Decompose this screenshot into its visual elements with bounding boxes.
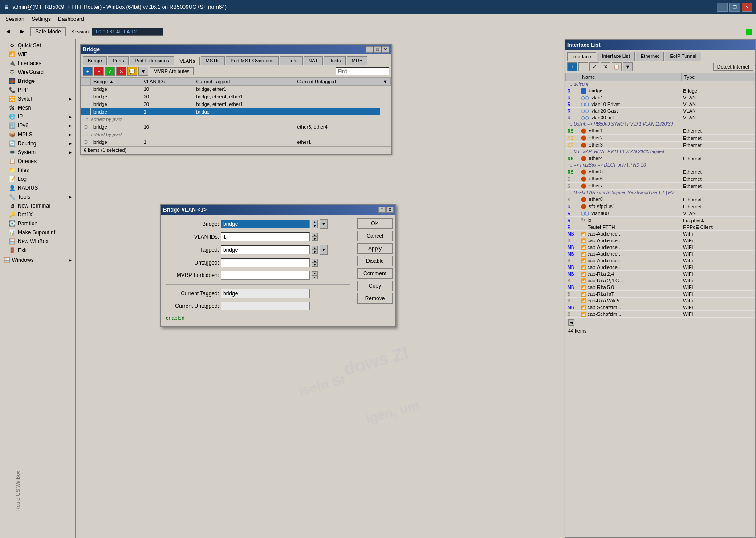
sidebar-item-ip[interactable]: 🌐 IP	[0, 112, 75, 121]
sidebar-item-wireguard[interactable]: 🛡 WireGuard	[0, 68, 75, 77]
tab-vlans[interactable]: VLANs	[175, 57, 200, 65]
sidebar-item-switch[interactable]: 🔀 Switch	[0, 94, 75, 103]
list-item[interactable]: R ⬡⬡ vlan800 VLAN	[566, 210, 755, 217]
list-item[interactable]: RS ⬤ ether4 Ethernet	[566, 155, 755, 162]
sidebar-item-ppp[interactable]: 📞 PPP	[0, 86, 75, 94]
vlan-ids-spin[interactable]: ▲ ▼	[312, 233, 318, 241]
tab-interface-list[interactable]: Interface List	[597, 52, 635, 61]
sidebar-item-partition[interactable]: 💽 Partition	[0, 219, 75, 228]
bridge-window-close[interactable]: ✕	[382, 46, 389, 53]
sidebar-item-mpls[interactable]: 📦 MPLS	[0, 130, 75, 139]
table-row[interactable]: bridge 20 bridge, ether4, ether1	[81, 93, 391, 101]
tab-eoip-tunnel[interactable]: EoIP Tunnel	[665, 52, 701, 61]
list-item[interactable]: R ↻ lo Loopback	[566, 217, 755, 224]
tab-bridge[interactable]: Bridge	[83, 56, 107, 65]
bridge-spin-down[interactable]: ▼	[312, 224, 318, 228]
minimize-button[interactable]: —	[717, 3, 728, 12]
copy-button[interactable]: Copy	[357, 281, 393, 291]
vlan-ids-spin-up[interactable]: ▲	[312, 233, 318, 237]
tab-nat[interactable]: NAT	[304, 56, 323, 65]
list-item[interactable]: MB 📶 cap-Schafzim... WiFi	[566, 304, 755, 311]
list-item[interactable]: MB 📶 cap-Audience ... WiFi	[566, 264, 755, 271]
back-button[interactable]: ◀	[2, 26, 14, 37]
tagged-spin-up[interactable]: ▲	[312, 246, 318, 250]
list-item[interactable]: RS ⬤ ether1 Ethernet	[566, 127, 755, 134]
table-row-selected[interactable]: bridge 1 bridge	[81, 108, 391, 116]
iface-filter-btn[interactable]: ▼	[623, 62, 633, 71]
sidebar-item-interfaces[interactable]: 🔌 Interfaces	[0, 59, 75, 68]
tab-mdb[interactable]: MDB	[347, 56, 367, 65]
sidebar-item-windows[interactable]: 🪟 Windows ▶	[0, 255, 75, 265]
tab-port-extensions[interactable]: Port Extensions	[130, 56, 174, 65]
table-row[interactable]: D bridge 10 ether5, ether4	[81, 123, 391, 131]
add-button[interactable]: +	[83, 67, 93, 76]
remove-button[interactable]: −	[94, 67, 104, 76]
tab-filters[interactable]: Filters	[280, 56, 303, 65]
sidebar-item-ipv6[interactable]: 🔢 IPv6	[0, 121, 75, 130]
list-item[interactable]: R ⬡⬡ vlan30 IoT VLAN	[566, 114, 755, 121]
mvrp-forbidden-input[interactable]	[221, 271, 310, 280]
disable-button[interactable]: ✕	[116, 67, 126, 76]
bridge-window-max[interactable]: □	[374, 46, 381, 53]
list-item[interactable]: S ⬤ ether6 Ethernet	[566, 175, 755, 183]
list-item[interactable]: B 📶 cap-Rita Wifi 5... WiFi	[566, 298, 755, 304]
detect-internet-button[interactable]: Detect Internet	[713, 63, 753, 71]
enable-button[interactable]: ✓	[105, 67, 115, 76]
maximize-button[interactable]: ❐	[729, 3, 740, 12]
list-item[interactable]: R ↔ Teutel-FTTH PPPoE Client	[566, 224, 755, 231]
sidebar-item-exit[interactable]: 🚪 Exit	[0, 246, 75, 255]
sidebar-item-wifi[interactable]: 📶 WiFi	[0, 50, 75, 59]
bridge-combo[interactable]: ▼	[320, 219, 328, 229]
iface-disable-btn[interactable]: ✕	[601, 62, 610, 71]
mvrp-attributes-button[interactable]: MVRP Attributes	[150, 67, 194, 75]
sidebar-item-tools[interactable]: 🔧 Tools	[0, 192, 75, 201]
untagged-spin-up[interactable]: ▲	[312, 259, 318, 263]
sidebar-item-system[interactable]: 💻 System	[0, 148, 75, 157]
scroll-left-button[interactable]: ◀	[568, 319, 574, 326]
list-item[interactable]: MB 📶 cap-Rita 2,4 WiFi	[566, 271, 755, 277]
list-item[interactable]: S ⬤ ether8 Ethernet	[566, 196, 755, 203]
sidebar-item-routing[interactable]: 🔄 Routing	[0, 139, 75, 148]
list-item[interactable]: S ⬤ ether7 Ethernet	[566, 183, 755, 190]
bridge-spin-up[interactable]: ▲	[312, 220, 318, 224]
remove-button[interactable]: Remove	[357, 293, 393, 304]
menu-settings[interactable]: Settings	[28, 15, 54, 23]
sidebar-item-dot1x[interactable]: 🔑 Dot1X	[0, 210, 75, 219]
sidebar-item-new-terminal[interactable]: 🖥 New Terminal	[0, 201, 75, 210]
list-item[interactable]: MB 📶 cap-Rita 5.0 WiFi	[566, 284, 755, 291]
sidebar-item-radius[interactable]: 👤 RADIUS	[0, 183, 75, 192]
iface-add-btn[interactable]: +	[567, 62, 577, 71]
tagged-spin-down[interactable]: ▼	[312, 250, 318, 254]
tab-mstis[interactable]: MSTIs	[201, 56, 225, 65]
table-row[interactable]: D bridge 1 ether1	[81, 139, 391, 146]
list-item[interactable]: MB 📶 cap-Audience ... WiFi	[566, 244, 755, 251]
sidebar-item-new-winbox[interactable]: 🪟 New WinBox	[0, 237, 75, 246]
cancel-button[interactable]: Cancel	[357, 231, 393, 241]
list-item[interactable]: B 📶 cap-Schafzim... WiFi	[566, 311, 755, 318]
untagged-input[interactable]	[221, 258, 310, 267]
list-item[interactable]: B 📶 cap-Rita 2,4 G... WiFi	[566, 277, 755, 284]
list-item[interactable]: R ⬡⬡ vlan1 VLAN	[566, 94, 755, 101]
sidebar-item-bridge[interactable]: 🌉 Bridge	[0, 77, 75, 86]
forward-button[interactable]: ▶	[16, 26, 28, 37]
tab-port-mst-overrides[interactable]: Port MST Overrides	[226, 56, 279, 65]
bridge-input[interactable]	[221, 220, 310, 228]
list-item[interactable]: B 📶 cap-Rita IoT WiFi	[566, 291, 755, 298]
untagged-spin-down[interactable]: ▼	[312, 263, 318, 267]
bridge-spin[interactable]: ▲ ▼	[312, 220, 318, 228]
comment-button[interactable]: Comment	[357, 268, 393, 279]
untagged-spin[interactable]: ▲ ▼	[312, 259, 318, 267]
iface-enable-btn[interactable]: ✓	[589, 62, 599, 71]
list-item[interactable]: R ⬡⬡ vlan10 Privat VLAN	[566, 101, 755, 108]
disable-button[interactable]: Disable	[357, 256, 393, 266]
find-input[interactable]	[336, 67, 389, 75]
list-item[interactable]: MB 📶 cap-Audience ... WiFi	[566, 231, 755, 237]
list-item[interactable]: XS ⬤ ether3 Ethernet	[566, 142, 755, 149]
sidebar-item-log[interactable]: 📝 Log	[0, 175, 75, 183]
mvrp-spin[interactable]: ▲ ▼	[312, 271, 318, 279]
tab-ethernet[interactable]: Ethernet	[636, 52, 664, 61]
list-item[interactable]: RS ⬤ ether5 Ethernet	[566, 168, 755, 175]
tagged-input[interactable]	[221, 245, 310, 254]
menu-dashboard[interactable]: Dashboard	[54, 15, 88, 23]
table-row[interactable]: bridge 30 bridge, ether4, ether1	[81, 101, 391, 108]
